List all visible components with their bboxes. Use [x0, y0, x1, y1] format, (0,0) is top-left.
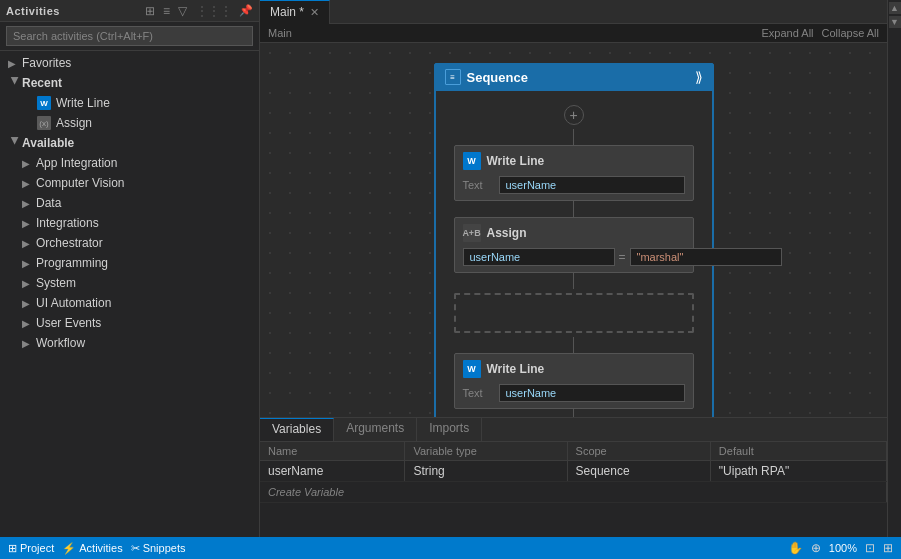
- panel-header-icons: ⊞ ≡ ▽ ⋮⋮⋮ 📌: [143, 3, 253, 19]
- activities-panel: Activities ⊞ ≡ ▽ ⋮⋮⋮ 📌 ▶ Favorites ▶ Rec…: [0, 0, 260, 537]
- orchestrator-arrow: ▶: [22, 238, 36, 249]
- breadcrumb-path: Main: [268, 27, 292, 39]
- col-scope: Scope: [567, 442, 710, 461]
- sequence-title: ≡ Sequence: [445, 69, 528, 85]
- data-arrow: ▶: [22, 198, 36, 209]
- var-scope: Sequence: [567, 461, 710, 482]
- tree-available[interactable]: ▶ Available: [0, 133, 259, 153]
- system-arrow: ▶: [22, 278, 36, 289]
- tree-user-events[interactable]: ▶ User Events: [14, 313, 259, 333]
- writeline-card-2[interactable]: W Write Line Text: [454, 353, 694, 409]
- tree-data[interactable]: ▶ Data: [14, 193, 259, 213]
- scroll-down-icon[interactable]: ▼: [889, 16, 901, 28]
- assign-right-input[interactable]: [630, 248, 782, 266]
- col-type: Variable type: [405, 442, 567, 461]
- bottom-panel: Variables Arguments Imports Name Variabl…: [260, 417, 887, 537]
- variables-table: Name Variable type Scope Default userNam…: [260, 442, 887, 537]
- tree-computer-vision[interactable]: ▶ Computer Vision: [14, 173, 259, 193]
- scroll-up-icon[interactable]: ▲: [889, 2, 901, 14]
- tab-main-label: Main *: [270, 5, 304, 19]
- assign-eq: =: [619, 250, 626, 264]
- assign-left-input[interactable]: [463, 248, 615, 266]
- var-type: String: [405, 461, 567, 482]
- recent-arrow: ▶: [10, 76, 21, 90]
- tree-integrations[interactable]: ▶ Integrations: [14, 213, 259, 233]
- add-top-button[interactable]: +: [564, 105, 584, 125]
- ui-automation-label: UI Automation: [36, 296, 111, 310]
- wl-field-label-1: Text: [463, 179, 493, 191]
- recent-label: Recent: [22, 76, 62, 90]
- project-button[interactable]: ⊞ Project: [8, 542, 54, 555]
- grid-icon[interactable]: ⊞: [143, 3, 157, 19]
- activities-button[interactable]: ⚡ Activities: [62, 542, 122, 555]
- sequence-body: + W Write Line Text: [435, 90, 713, 417]
- recent-children: W Write Line (x) Assign: [0, 93, 259, 133]
- snippets-icon: ✂: [131, 542, 140, 555]
- assign-fields: =: [463, 248, 685, 266]
- writeline-card-1[interactable]: W Write Line Text: [454, 145, 694, 201]
- cursor-icon: ⊕: [811, 541, 821, 555]
- create-var-row[interactable]: Create Variable: [260, 482, 887, 503]
- tab-variables[interactable]: Variables: [260, 418, 334, 441]
- favorites-label: Favorites: [22, 56, 71, 70]
- wl-field-input-2[interactable]: [499, 384, 685, 402]
- drop-zone: [454, 293, 694, 333]
- sequence-header: ≡ Sequence ⟫: [435, 64, 713, 90]
- activities-status-icon: ⚡: [62, 542, 76, 555]
- tree-ui-automation[interactable]: ▶ UI Automation: [14, 293, 259, 313]
- tree-app-integration[interactable]: ▶ App Integration: [14, 153, 259, 173]
- tab-imports[interactable]: Imports: [417, 418, 482, 441]
- cv-arrow: ▶: [22, 178, 36, 189]
- workflow-canvas[interactable]: ≡ Sequence ⟫ + W Write Line: [260, 43, 887, 417]
- assign-card-header: A+B Assign: [463, 224, 685, 242]
- collapse-all-button[interactable]: Collapse All: [822, 27, 879, 39]
- tree-system[interactable]: ▶ System: [14, 273, 259, 293]
- tree-writeline[interactable]: W Write Line: [14, 93, 259, 113]
- card-title-wl-1: Write Line: [487, 154, 545, 168]
- wl-field-1: Text: [463, 176, 685, 194]
- wl-card-icon-1: W: [463, 152, 481, 170]
- connector-3: [573, 273, 574, 289]
- tab-bar: Main * ✕: [260, 0, 887, 24]
- connector-5: [573, 409, 574, 417]
- tree-favorites[interactable]: ▶ Favorites: [0, 53, 259, 73]
- app-integration-label: App Integration: [36, 156, 117, 170]
- wl-field-label-2: Text: [463, 387, 493, 399]
- orchestrator-label: Orchestrator: [36, 236, 103, 250]
- expand-all-button[interactable]: Expand All: [762, 27, 814, 39]
- tree-assign[interactable]: (x) Assign: [14, 113, 259, 133]
- pin-icon[interactable]: 📌: [239, 4, 253, 17]
- system-label: System: [36, 276, 76, 290]
- available-children: ▶ App Integration ▶ Computer Vision ▶ Da…: [0, 153, 259, 353]
- zoom-fit-icon[interactable]: ⊡: [865, 541, 875, 555]
- ui-automation-arrow: ▶: [22, 298, 36, 309]
- connector-2: [573, 201, 574, 217]
- list-icon[interactable]: ≡: [161, 3, 172, 19]
- tree-recent[interactable]: ▶ Recent: [0, 73, 259, 93]
- search-input[interactable]: [6, 26, 253, 46]
- card-header-2: W Write Line: [463, 360, 685, 378]
- tab-arguments[interactable]: Arguments: [334, 418, 417, 441]
- tab-main[interactable]: Main * ✕: [260, 0, 330, 24]
- connector-1: [573, 129, 574, 145]
- writeline-label: Write Line: [56, 96, 110, 110]
- filter-icon[interactable]: ▽: [176, 3, 189, 19]
- sequence-collapse-icon[interactable]: ⟫: [695, 69, 703, 85]
- zoom-label: 100%: [829, 542, 857, 554]
- zoom-in-icon[interactable]: ⊞: [883, 541, 893, 555]
- sequence-icon: ≡: [445, 69, 461, 85]
- assign-card[interactable]: A+B Assign =: [454, 217, 694, 273]
- snippets-button[interactable]: ✂ Snippets: [131, 542, 186, 555]
- available-arrow: ▶: [10, 136, 21, 150]
- tab-close-icon[interactable]: ✕: [310, 6, 319, 19]
- connector-4: [573, 337, 574, 353]
- tree-programming[interactable]: ▶ Programming: [14, 253, 259, 273]
- tree-workflow[interactable]: ▶ Workflow: [14, 333, 259, 353]
- table-row[interactable]: userName String Sequence "Uipath RPA": [260, 461, 887, 482]
- col-name: Name: [260, 442, 405, 461]
- status-bar: ⊞ Project ⚡ Activities ✂ Snippets ✋ ⊕ 10…: [0, 537, 901, 559]
- canvas-inner: ≡ Sequence ⟫ + W Write Line: [260, 43, 887, 417]
- user-events-label: User Events: [36, 316, 101, 330]
- tree-orchestrator[interactable]: ▶ Orchestrator: [14, 233, 259, 253]
- wl-field-input-1[interactable]: [499, 176, 685, 194]
